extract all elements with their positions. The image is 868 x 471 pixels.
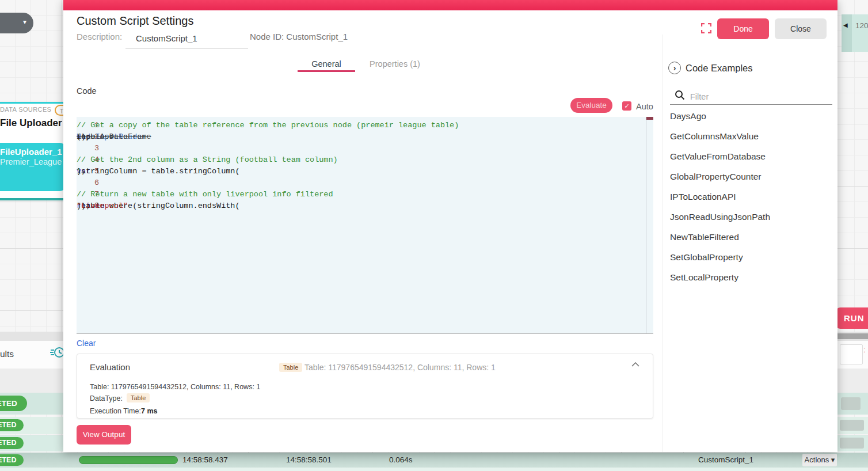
evaluate-button[interactable]: Evaluate (570, 98, 612, 113)
collapse-chevron-icon[interactable] (631, 362, 639, 367)
results-panel-title: ults (0, 349, 14, 359)
table-type-badge: Table (279, 363, 302, 372)
row-node-id: CustomScript_1 (698, 455, 753, 464)
code-examples-title: Code Examples (686, 63, 752, 74)
evaluation-panel: Evaluation Table Table: 1179765491594432… (77, 354, 653, 419)
auto-checkbox-label: Auto (636, 102, 653, 111)
chevron-left-icon[interactable]: ◀ (843, 22, 848, 28)
status-badge: COMPLETED (0, 396, 27, 411)
done-button[interactable]: Done (717, 18, 769, 39)
row-action-fragment[interactable] (840, 420, 864, 431)
code-editor-lines: 1// Get a copy of the table reference fr… (77, 120, 653, 212)
search-icon (675, 90, 685, 100)
progress-bar (79, 456, 178, 464)
code-token: )); (77, 200, 90, 212)
results-filter-input[interactable] (840, 344, 863, 364)
editor-selection-marker (646, 117, 653, 120)
check-icon: ✓ (624, 102, 629, 109)
code-example-item[interactable]: GetValueFromDatabase (670, 146, 832, 166)
start-time: 14:58:58.437 (182, 455, 228, 464)
collapse-panel-icon[interactable]: › (668, 62, 681, 74)
code-example-item[interactable]: SetGlobalProperty (670, 247, 832, 267)
node-type-title: File Uploader (0, 117, 62, 129)
panel-value: 120 (855, 21, 868, 30)
node-subtitle: Premier_League (0, 157, 62, 166)
code-example-item[interactable]: DaysAgo (670, 106, 832, 126)
result-row (0, 468, 868, 471)
custom-script-settings-modal: Custom Script Settings Description: Node… (63, 0, 837, 452)
datatype-badge: Table (127, 393, 150, 402)
run-button[interactable]: RUN (836, 307, 868, 329)
row-action-fragment[interactable] (841, 397, 861, 410)
code-token: // Get the 2nd column as a String (footb… (77, 154, 338, 166)
code-example-item[interactable]: GetColumnsMaxValue (670, 126, 832, 146)
code-editor[interactable]: 1// Get a copy of the table reference fr… (77, 117, 653, 334)
modal-title: Custom Script Settings (77, 14, 193, 28)
sidebar-divider (662, 35, 663, 452)
code-line: 7// Return a new table with only liverpo… (77, 189, 653, 200)
filter-input[interactable] (689, 89, 833, 105)
code-line: 4// Get the 2nd column as a String (foot… (77, 154, 653, 166)
clear-link[interactable]: Clear (77, 339, 96, 348)
canvas-dropdown-button[interactable]: ▾ (0, 13, 33, 33)
description-input[interactable] (125, 29, 248, 48)
view-output-button[interactable]: View Output (77, 425, 131, 445)
code-example-item[interactable]: GlobalPropertyCounter (670, 166, 832, 187)
evaluation-title: Evaluation (90, 362, 130, 372)
chevron-down-icon: ▾ (23, 18, 26, 26)
code-line: 5var stringColumn = table.stringColumn(1… (77, 166, 653, 177)
file-uploader-node[interactable]: FileUploader_1 Premier_League (0, 143, 66, 191)
required-marker-icon: ⁚ (863, 348, 866, 353)
datatype-label: DataType: (90, 394, 123, 402)
tab-properties[interactable]: Properties (1) (360, 56, 429, 71)
code-token: // Get a copy of the table reference fro… (77, 120, 459, 131)
code-token: // Return a new table with only liverpoo… (77, 189, 333, 200)
line-number: 3 (77, 143, 115, 154)
close-button[interactable]: Close (775, 18, 827, 39)
panel-edge (842, 14, 852, 52)
code-example-item[interactable]: SetLocalProperty (670, 267, 832, 287)
auto-checkbox[interactable]: ✓ (622, 101, 631, 111)
row-action-fragment[interactable] (840, 438, 864, 449)
status-badge: COMPLETED (0, 419, 24, 431)
filter-underline (670, 104, 832, 105)
modal-accent-bar (63, 0, 837, 10)
editor-scrollbar-gutter[interactable] (646, 117, 646, 334)
fullscreen-icon[interactable] (701, 23, 711, 33)
end-time: 14:58:58.501 (286, 455, 332, 464)
code-line: 3 (77, 143, 653, 154)
actions-dropdown[interactable]: Actions ▾ (802, 454, 837, 466)
duration: 0.064s (389, 455, 413, 464)
active-tab-indicator (298, 70, 355, 72)
chevron-right-icon: › (673, 63, 676, 73)
line-number: 6 (77, 177, 115, 189)
status-badge: COMPLETED (0, 454, 24, 466)
execution-time-label: Execution Time: (90, 407, 141, 415)
code-token: (); (77, 131, 90, 143)
code-section-label: Code (77, 86, 97, 96)
minimized-table-panel[interactable]: ◀ 120 (842, 14, 868, 52)
code-examples-list: DaysAgoGetColumnsMaxValueGetValueFromDat… (670, 106, 832, 287)
result-row-selected[interactable]: COMPLETED 14:58:58.437 14:58:58.501 0.06… (0, 453, 868, 468)
chevron-down-icon: ▾ (831, 455, 835, 464)
execution-time-value: 7 ms (141, 407, 158, 415)
tab-general[interactable]: General (298, 56, 355, 71)
code-line: 6 (77, 177, 653, 189)
code-token: ); (77, 166, 86, 177)
code-example-item[interactable]: JsonReadUsingJsonPath (670, 207, 832, 227)
status-badge: COMPLETED (0, 437, 24, 449)
node-id-label: Node ID: CustomScript_1 (250, 32, 348, 41)
code-token: stringColumn = table.stringColumn( (77, 166, 240, 177)
evaluation-summary: Table: 1179765491594432512, Columns: 11,… (304, 363, 496, 372)
code-line: 8return table.where(stringColumn.endsWit… (77, 200, 653, 212)
node-category-label: DATA SOURCES (0, 106, 51, 113)
code-example-item[interactable]: IPToLocationAPI (670, 187, 832, 207)
code-line: 2var table = NodeInputReader.inputAsData… (77, 131, 653, 143)
node-name: FileUploader_1 (0, 147, 62, 157)
code-line: 1// Get a copy of the table reference fr… (77, 120, 653, 131)
description-label: Description: (77, 32, 122, 41)
evaluation-table-info: Table: 1179765491594432512, Columns: 11,… (90, 383, 260, 391)
code-example-item[interactable]: NewTableFiltered (670, 227, 832, 247)
